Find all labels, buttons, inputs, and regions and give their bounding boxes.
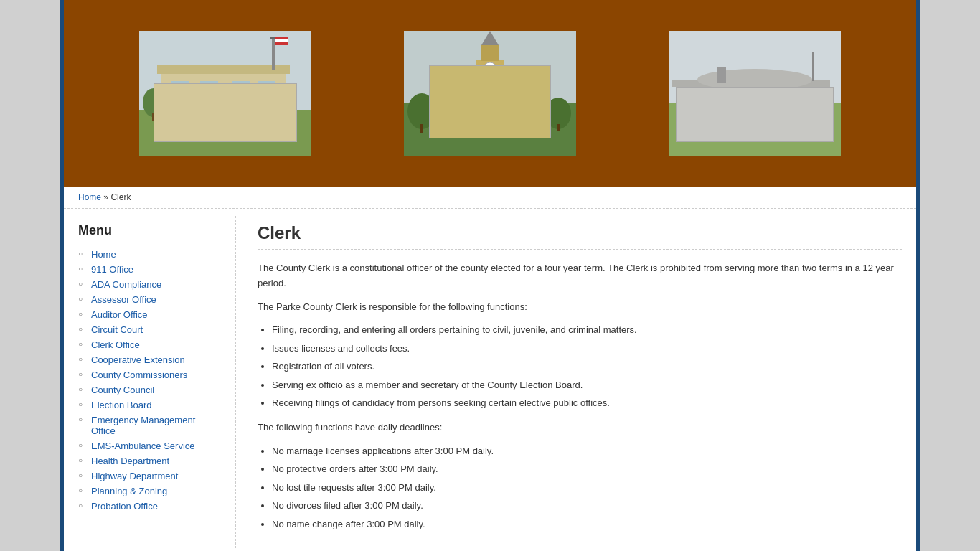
svg-rect-53 bbox=[690, 97, 733, 103]
svg-rect-47 bbox=[733, 92, 749, 105]
intro-paragraph-1: The County Clerk is a constitutional off… bbox=[258, 261, 902, 291]
sidebar-link[interactable]: County Council bbox=[91, 385, 154, 395]
sidebar-item: Highway Department bbox=[78, 468, 221, 484]
svg-rect-20 bbox=[433, 81, 547, 128]
sidebar-item: ADA Compliance bbox=[78, 277, 221, 292]
svg-text:PARKE COUNTY: PARKE COUNTY bbox=[184, 88, 212, 92]
sidebar-item: Auditor Office bbox=[78, 307, 221, 322]
svg-rect-46 bbox=[708, 92, 724, 105]
sidebar-link[interactable]: Election Board bbox=[91, 400, 152, 410]
banner-photo-2 bbox=[404, 31, 576, 156]
svg-rect-40 bbox=[669, 31, 841, 103]
sidebar-item: Probation Office bbox=[78, 499, 221, 514]
svg-rect-50 bbox=[746, 99, 763, 124]
sidebar-link[interactable]: EMS-Ambulance Service bbox=[91, 441, 195, 451]
sidebar-link[interactable]: Assessor Office bbox=[91, 294, 156, 305]
sidebar-link[interactable]: 911 Office bbox=[91, 264, 133, 275]
sidebar-item: Clerk Office bbox=[78, 337, 221, 352]
sidebar: Menu Home911 OfficeADA ComplianceAssesso… bbox=[78, 216, 236, 548]
sidebar-link[interactable]: Highway Department bbox=[91, 471, 178, 481]
svg-text:COUNTY OFFICE: COUNTY OFFICE bbox=[697, 98, 727, 103]
svg-rect-24 bbox=[472, 83, 478, 126]
svg-rect-25 bbox=[501, 83, 507, 126]
svg-rect-9 bbox=[272, 38, 275, 70]
banner-photo-1: PARKE COUNTY bbox=[139, 31, 311, 156]
svg-rect-48 bbox=[780, 92, 796, 105]
svg-rect-31 bbox=[481, 45, 499, 61]
sidebar-link[interactable]: Planning & Zoning bbox=[91, 486, 167, 496]
svg-point-44 bbox=[697, 69, 812, 90]
outer-wrapper: PARKE COUNTY bbox=[60, 0, 920, 551]
deadline-item: No marriage licenses applications after … bbox=[272, 444, 902, 458]
breadcrumb-current: Clerk bbox=[110, 192, 131, 202]
svg-point-33 bbox=[483, 62, 497, 77]
svg-rect-29 bbox=[522, 87, 535, 103]
sidebar-link[interactable]: Auditor Office bbox=[91, 309, 148, 320]
sidebar-link[interactable]: Clerk Office bbox=[91, 339, 140, 350]
svg-rect-42 bbox=[676, 85, 826, 124]
content-wrapper: Menu Home911 OfficeADA ComplianceAssesso… bbox=[64, 209, 916, 551]
svg-rect-37 bbox=[420, 124, 423, 133]
sidebar-item: Circuit Court bbox=[78, 322, 221, 337]
sidebar-item: Planning & Zoning bbox=[78, 484, 221, 499]
sidebar-item: Emergency Management Office bbox=[78, 413, 221, 438]
deadlines-list: No marriage licenses applications after … bbox=[272, 444, 902, 532]
deadline-item: No protective orders after 3:00 PM daily… bbox=[272, 462, 902, 476]
svg-rect-49 bbox=[805, 92, 821, 105]
sidebar-menu: Home911 OfficeADA ComplianceAssessor Off… bbox=[78, 247, 221, 514]
svg-rect-28 bbox=[443, 87, 456, 103]
svg-rect-6 bbox=[200, 81, 218, 95]
deadline-item: No name change after 3:00 PM daily. bbox=[272, 517, 902, 532]
svg-rect-7 bbox=[232, 81, 250, 95]
sidebar-link[interactable]: Health Department bbox=[91, 456, 169, 466]
banner-photo-3: COUNTY OFFICE bbox=[669, 31, 841, 156]
svg-rect-8 bbox=[258, 81, 275, 95]
breadcrumb-home-link[interactable]: Home bbox=[78, 192, 101, 202]
header-banner: PARKE COUNTY bbox=[64, 0, 916, 187]
svg-rect-52 bbox=[812, 52, 814, 81]
sidebar-link[interactable]: Circuit Court bbox=[91, 324, 143, 335]
photo-emergency-management: PARKE COUNTY bbox=[139, 31, 311, 156]
svg-rect-19 bbox=[404, 117, 576, 156]
deadline-item: No divorces filed after 3:00 PM daily. bbox=[272, 499, 902, 513]
deadline-item: No lost tile requests after 3:00 PM dail… bbox=[272, 481, 902, 495]
sidebar-heading: Menu bbox=[78, 223, 221, 238]
functions-list: Filing, recording, and entering all orde… bbox=[272, 323, 902, 410]
sidebar-link[interactable]: Emergency Management Office bbox=[91, 415, 195, 436]
sidebar-link[interactable]: Home bbox=[91, 249, 116, 260]
svg-rect-27 bbox=[479, 106, 501, 128]
function-item: Filing, recording, and entering all orde… bbox=[272, 323, 902, 337]
function-item: Serving ex officio as a member and secre… bbox=[272, 378, 902, 392]
sidebar-link[interactable]: County Commissioners bbox=[91, 369, 187, 380]
main-content: Clerk The County Clerk is a constitution… bbox=[250, 216, 902, 548]
svg-rect-45 bbox=[683, 92, 699, 105]
svg-rect-51 bbox=[717, 67, 726, 83]
svg-rect-1 bbox=[139, 110, 311, 156]
svg-rect-26 bbox=[515, 83, 521, 126]
function-item: Issues licenses and collects fees. bbox=[272, 342, 902, 356]
svg-rect-39 bbox=[557, 124, 560, 131]
svg-point-14 bbox=[143, 88, 164, 117]
sidebar-item: Home bbox=[78, 247, 221, 262]
sidebar-item: Election Board bbox=[78, 397, 221, 413]
svg-rect-12 bbox=[275, 37, 288, 39]
breadcrumb-separator: » bbox=[103, 192, 110, 202]
svg-rect-4 bbox=[207, 99, 225, 121]
svg-rect-23 bbox=[458, 83, 463, 126]
sidebar-link[interactable]: Cooperative Extension bbox=[91, 354, 185, 365]
sidebar-link[interactable]: ADA Compliance bbox=[91, 279, 161, 290]
function-item: Receiving filings of candidacy from pers… bbox=[272, 396, 902, 410]
svg-line-35 bbox=[490, 70, 494, 72]
svg-rect-13 bbox=[275, 39, 288, 42]
svg-point-36 bbox=[407, 93, 436, 129]
sidebar-item: Health Department bbox=[78, 453, 221, 468]
svg-rect-22 bbox=[468, 128, 512, 131]
sidebar-item: 911 Office bbox=[78, 262, 221, 277]
sidebar-item: County Council bbox=[78, 382, 221, 397]
svg-rect-5 bbox=[171, 81, 189, 95]
sidebar-link[interactable]: Probation Office bbox=[91, 501, 158, 512]
svg-rect-15 bbox=[152, 113, 155, 121]
deadlines-intro: The following functions have daily deadl… bbox=[258, 420, 902, 435]
sidebar-item: County Commissioners bbox=[78, 367, 221, 382]
svg-rect-21 bbox=[465, 123, 515, 128]
